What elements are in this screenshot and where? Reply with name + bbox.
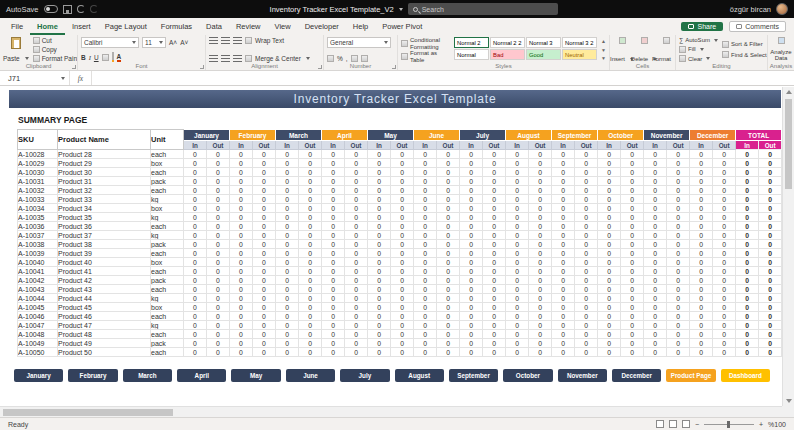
value-cell[interactable]: 0 [322, 285, 345, 294]
total-out-header[interactable]: Out [759, 141, 782, 150]
product-name-cell[interactable]: Product 43 [58, 285, 151, 294]
value-cell[interactable]: 0 [230, 204, 253, 213]
unit-cell[interactable]: kg [151, 213, 184, 222]
value-cell[interactable]: 0 [713, 150, 736, 159]
value-cell[interactable]: 0 [207, 312, 230, 321]
value-cell[interactable]: 0 [644, 150, 667, 159]
value-cell[interactable]: 0 [230, 150, 253, 159]
value-cell[interactable]: 0 [414, 294, 437, 303]
value-cell[interactable]: 0 [322, 330, 345, 339]
value-cell[interactable]: 0 [483, 339, 506, 348]
value-cell[interactable]: 0 [345, 159, 368, 168]
value-cell[interactable]: 0 [460, 339, 483, 348]
value-cell[interactable]: 0 [299, 267, 322, 276]
value-cell[interactable]: 0 [575, 321, 598, 330]
unit-cell[interactable]: each [151, 348, 184, 357]
product-name-cell[interactable]: Product 49 [58, 339, 151, 348]
value-cell[interactable]: 0 [713, 348, 736, 357]
value-cell[interactable]: 0 [299, 222, 322, 231]
total-in-cell[interactable]: 0 [736, 249, 759, 258]
nav-button-august[interactable]: August [395, 369, 444, 382]
value-cell[interactable]: 0 [230, 168, 253, 177]
product-name-cell[interactable]: Product 38 [58, 240, 151, 249]
value-cell[interactable]: 0 [575, 267, 598, 276]
value-cell[interactable]: 0 [598, 312, 621, 321]
unit-cell[interactable]: each [151, 267, 184, 276]
value-cell[interactable]: 0 [598, 231, 621, 240]
value-cell[interactable]: 0 [552, 348, 575, 357]
value-cell[interactable]: 0 [322, 339, 345, 348]
value-cell[interactable]: 0 [460, 294, 483, 303]
value-cell[interactable]: 0 [552, 321, 575, 330]
value-cell[interactable]: 0 [230, 258, 253, 267]
value-cell[interactable]: 0 [184, 339, 207, 348]
value-cell[interactable]: 0 [506, 213, 529, 222]
sku-cell[interactable]: A-10032 [18, 186, 58, 195]
value-cell[interactable]: 0 [713, 168, 736, 177]
value-cell[interactable]: 0 [483, 294, 506, 303]
bold-button[interactable]: B [81, 54, 86, 61]
product-name-cell[interactable]: Product 29 [58, 159, 151, 168]
value-cell[interactable]: 0 [506, 312, 529, 321]
value-cell[interactable]: 0 [368, 312, 391, 321]
total-out-cell[interactable]: 0 [759, 150, 782, 159]
value-cell[interactable]: 0 [345, 240, 368, 249]
value-cell[interactable]: 0 [598, 294, 621, 303]
value-cell[interactable]: 0 [690, 339, 713, 348]
product-name-cell[interactable]: Product 35 [58, 213, 151, 222]
value-cell[interactable]: 0 [368, 240, 391, 249]
value-cell[interactable]: 0 [437, 213, 460, 222]
value-cell[interactable]: 0 [506, 240, 529, 249]
in-header-january[interactable]: In [184, 141, 207, 150]
value-cell[interactable]: 0 [598, 348, 621, 357]
value-cell[interactable]: 0 [276, 159, 299, 168]
value-cell[interactable]: 0 [253, 168, 276, 177]
total-out-cell[interactable]: 0 [759, 294, 782, 303]
sku-cell[interactable]: A-10047 [18, 321, 58, 330]
value-cell[interactable]: 0 [207, 195, 230, 204]
tab-insert[interactable]: Insert [65, 18, 98, 35]
value-cell[interactable]: 0 [345, 348, 368, 357]
value-cell[interactable]: 0 [391, 231, 414, 240]
value-cell[interactable]: 0 [644, 222, 667, 231]
total-out-cell[interactable]: 0 [759, 330, 782, 339]
value-cell[interactable]: 0 [391, 204, 414, 213]
sku-cell[interactable]: A-10050 [18, 348, 58, 357]
value-cell[interactable]: 0 [644, 258, 667, 267]
value-cell[interactable]: 0 [276, 303, 299, 312]
value-cell[interactable]: 0 [368, 195, 391, 204]
value-cell[interactable]: 0 [345, 231, 368, 240]
value-cell[interactable]: 0 [322, 258, 345, 267]
value-cell[interactable]: 0 [299, 294, 322, 303]
value-cell[interactable]: 0 [621, 267, 644, 276]
value-cell[interactable]: 0 [207, 285, 230, 294]
value-cell[interactable]: 0 [667, 267, 690, 276]
unit-cell[interactable]: box [151, 258, 184, 267]
value-cell[interactable]: 0 [276, 285, 299, 294]
value-cell[interactable]: 0 [230, 213, 253, 222]
value-cell[interactable]: 0 [713, 177, 736, 186]
nav-button-november[interactable]: November [558, 369, 607, 382]
value-cell[interactable]: 0 [690, 330, 713, 339]
product-name-cell[interactable]: Product 50 [58, 348, 151, 357]
gallery-down-icon[interactable]: ▼ [601, 47, 606, 53]
avatar[interactable] [776, 3, 788, 15]
value-cell[interactable]: 0 [667, 186, 690, 195]
value-cell[interactable]: 0 [276, 267, 299, 276]
value-cell[interactable]: 0 [184, 222, 207, 231]
value-cell[interactable]: 0 [529, 330, 552, 339]
product-name-cell[interactable]: Product 32 [58, 186, 151, 195]
value-cell[interactable]: 0 [644, 330, 667, 339]
value-cell[interactable]: 0 [184, 321, 207, 330]
value-cell[interactable]: 0 [253, 186, 276, 195]
value-cell[interactable]: 0 [368, 330, 391, 339]
tab-review[interactable]: Review [229, 18, 268, 35]
value-cell[interactable]: 0 [276, 321, 299, 330]
value-cell[interactable]: 0 [667, 294, 690, 303]
value-cell[interactable]: 0 [253, 249, 276, 258]
in-header-september[interactable]: In [552, 141, 575, 150]
value-cell[interactable]: 0 [207, 231, 230, 240]
value-cell[interactable]: 0 [552, 330, 575, 339]
value-cell[interactable]: 0 [713, 339, 736, 348]
value-cell[interactable]: 0 [322, 186, 345, 195]
